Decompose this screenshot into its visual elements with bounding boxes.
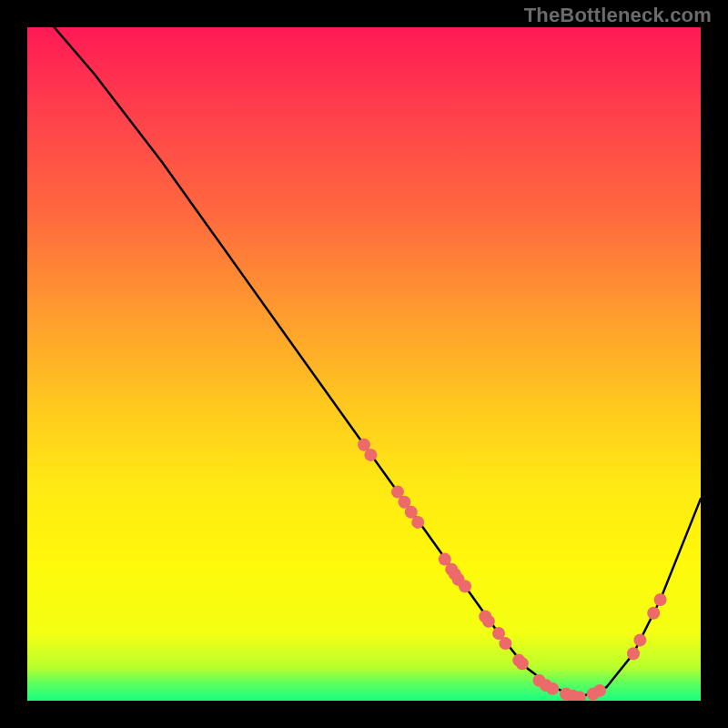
data-marker xyxy=(459,580,471,592)
data-marker xyxy=(654,593,667,606)
data-marker xyxy=(482,615,495,628)
data-marker xyxy=(627,647,640,660)
data-marker xyxy=(499,637,511,650)
data-marker xyxy=(364,449,377,461)
data-marker xyxy=(411,516,424,529)
bottleneck-curve xyxy=(55,27,701,697)
data-marker xyxy=(546,682,559,695)
curve-markers xyxy=(358,439,667,701)
data-marker xyxy=(516,657,529,670)
data-marker xyxy=(647,607,660,620)
gradient-plot-area xyxy=(27,27,701,701)
curve-svg xyxy=(27,27,701,701)
watermark-text: TheBottleneck.com xyxy=(524,4,712,27)
chart-frame: TheBottleneck.com xyxy=(0,0,728,728)
data-marker xyxy=(633,633,646,646)
data-marker xyxy=(593,684,606,697)
